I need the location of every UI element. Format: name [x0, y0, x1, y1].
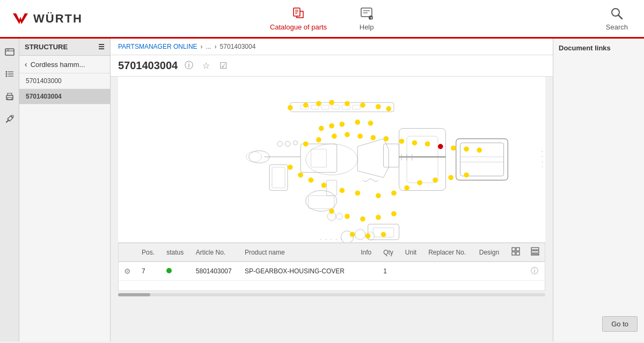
breadcrumb-root[interactable]: PARTSMANAGER ONLINE — [118, 43, 197, 50]
svg-point-30 — [285, 141, 290, 147]
breadcrumb-ellipsis: ... — [206, 43, 211, 50]
help-label: Help — [360, 23, 374, 31]
svg-point-36 — [306, 190, 337, 211]
svg-rect-117 — [531, 254, 539, 255]
svg-point-29 — [277, 141, 283, 147]
breadcrumb-sep2: › — [215, 43, 217, 50]
catalogue-icon — [291, 6, 306, 21]
svg-point-71 — [319, 126, 324, 131]
svg-point-75 — [368, 121, 374, 126]
col-settings — [119, 243, 136, 262]
svg-point-31 — [294, 141, 298, 145]
scrollbar-thumb[interactable] — [118, 293, 150, 296]
svg-point-108 — [350, 232, 355, 237]
svg-point-40 — [336, 213, 343, 220]
svg-rect-114 — [516, 252, 519, 255]
svg-point-93 — [321, 183, 327, 188]
parts-table-container: Pos. status Article No. Product name Inf… — [118, 243, 545, 291]
parts-diagram — [118, 77, 545, 242]
sidebar-icon-print[interactable] — [2, 89, 17, 104]
structure-item-0[interactable]: 5701403000 — [19, 73, 110, 89]
back-label: Cordless hamm... — [31, 61, 85, 69]
svg-point-102 — [464, 173, 469, 178]
col-table-icon[interactable] — [525, 243, 545, 262]
checkbox-icon[interactable]: ☑ — [217, 60, 229, 72]
svg-line-10 — [618, 15, 622, 19]
diagram-area: · · · · · · · · · — [118, 77, 545, 243]
nav-center: Catalogue of parts ? Help — [270, 6, 374, 31]
nav-catalogue[interactable]: Catalogue of parts — [270, 6, 327, 31]
structure-panel: STRUCTURE ☰ ‹ Cordless hamm... 570140300… — [19, 39, 111, 341]
star-icon[interactable]: ☆ — [200, 60, 212, 72]
drag-handle-bottom[interactable]: · · · · · — [320, 236, 343, 242]
col-pos: Pos. — [136, 243, 161, 262]
drag-handle-right[interactable]: · · · · — [539, 151, 545, 168]
svg-point-98 — [404, 185, 409, 191]
svg-point-70 — [386, 106, 391, 111]
svg-point-105 — [360, 217, 365, 222]
svg-point-96 — [376, 193, 381, 198]
svg-text:?: ? — [370, 17, 372, 20]
wurth-logo-icon — [11, 11, 30, 26]
row-status — [161, 262, 191, 281]
info-icon[interactable]: ⓘ — [183, 60, 195, 72]
svg-rect-60 — [272, 167, 285, 188]
logo-text: WÜRTH — [33, 12, 83, 26]
sidebar-icon-list[interactable] — [2, 66, 17, 81]
col-article: Article No. — [191, 243, 239, 262]
svg-point-91 — [298, 173, 303, 178]
svg-point-109 — [365, 234, 371, 239]
sidebar-icon-tools[interactable] — [2, 111, 17, 126]
svg-point-101 — [448, 175, 453, 180]
svg-point-64 — [303, 102, 309, 108]
structure-menu-icon[interactable]: ☰ — [98, 43, 105, 51]
svg-rect-111 — [512, 248, 515, 251]
row-design — [474, 262, 506, 281]
diagram-container[interactable]: · · · · · · · · · — [118, 77, 545, 242]
col-design: Design — [474, 243, 506, 262]
svg-point-28 — [246, 152, 262, 162]
svg-rect-11 — [5, 49, 14, 55]
status-dot-green — [166, 268, 172, 273]
svg-point-107 — [391, 211, 397, 217]
svg-point-78 — [332, 133, 337, 139]
main-layout: STRUCTURE ☰ ‹ Cordless hamm... 570140300… — [0, 39, 644, 341]
go-to-button[interactable]: Go to — [602, 316, 638, 332]
main-content: PARTSMANAGER ONLINE › ... › 5701403004 5… — [111, 39, 553, 341]
row-gear[interactable]: ⚙ — [119, 262, 136, 281]
logo: WÜRTH — [11, 11, 83, 26]
row-unit — [400, 262, 423, 281]
row-blank1 — [506, 262, 525, 281]
horizontal-scrollbar[interactable] — [118, 291, 545, 297]
col-product: Product name — [239, 243, 355, 262]
scrollbar-track — [118, 293, 545, 296]
row-info-icon[interactable]: ⓘ — [525, 262, 545, 281]
svg-point-85 — [425, 141, 430, 147]
svg-rect-115 — [531, 248, 539, 250]
structure-item-1[interactable]: 5701403004 — [19, 89, 110, 105]
svg-point-110 — [381, 232, 386, 237]
svg-rect-41 — [456, 139, 508, 180]
nav-help[interactable]: ? Help — [359, 6, 374, 31]
svg-point-65 — [316, 101, 321, 106]
svg-point-66 — [329, 100, 334, 105]
back-arrow-icon: ‹ — [25, 60, 27, 69]
col-status: status — [161, 243, 191, 262]
svg-rect-32 — [399, 129, 446, 191]
svg-point-80 — [357, 133, 363, 139]
svg-point-89 — [477, 147, 482, 153]
svg-point-72 — [329, 123, 334, 129]
page-title: 5701403004 — [118, 59, 178, 72]
search-label: Search — [606, 23, 628, 31]
search-icon — [609, 6, 624, 21]
svg-point-76 — [303, 141, 309, 147]
structure-back-button[interactable]: ‹ Cordless hamm... — [19, 56, 110, 73]
search-button[interactable]: Search — [606, 6, 628, 31]
sidebar-icon-home[interactable] — [2, 44, 17, 59]
svg-point-69 — [376, 104, 381, 109]
svg-point-81 — [370, 135, 376, 140]
svg-point-79 — [345, 132, 350, 137]
table-row[interactable]: ⚙ 7 5801403007 SP-GEARBOX-HOUSING-COVER … — [119, 262, 545, 281]
col-grid-icon[interactable] — [506, 243, 525, 262]
structure-title: STRUCTURE — [25, 43, 68, 51]
